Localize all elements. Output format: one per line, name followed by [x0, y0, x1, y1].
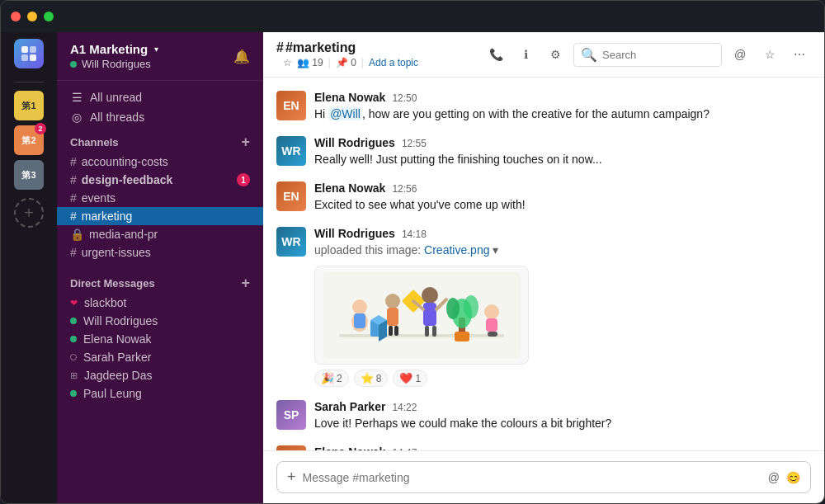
reaction-count: 2	[337, 373, 342, 384]
workspace-dropdown-arrow: ▾	[154, 45, 158, 54]
minimize-button[interactable]	[27, 12, 37, 21]
dm-status-online-icon	[70, 390, 77, 397]
message-author: Will Rodrigues	[314, 227, 395, 240]
main-content: # #marketing ☆ 👥 19 | 📌 0 | Add a topic …	[263, 32, 824, 503]
message-input-area: + @ 😊	[263, 450, 824, 503]
message-text-5: Love it! Perhaps we could make the colou…	[314, 415, 811, 432]
dm-item-will[interactable]: Will Rodrigues	[57, 312, 263, 330]
avatar-elena-1: EN	[276, 91, 306, 120]
message-text-2: Really well! Just putting the finishing …	[314, 151, 811, 168]
at-button[interactable]: @	[728, 43, 752, 66]
workspace-icon-ws3[interactable]: 第3	[14, 160, 44, 190]
svg-rect-8	[354, 313, 365, 328]
workspace-name[interactable]: A1 Marketing	[70, 42, 148, 56]
channel-item-media-and-pr[interactable]: 🔒 media-and-pr	[57, 225, 263, 243]
add-channel-button[interactable]: +	[241, 134, 250, 151]
svg-rect-16	[425, 326, 429, 337]
svg-rect-27	[455, 332, 469, 341]
meta-separator: |	[328, 57, 331, 68]
workspace-icon-ws1[interactable]: 第1	[14, 91, 44, 120]
dm-item-jagdeep[interactable]: ⊞ Jagdeep Das	[57, 366, 263, 384]
channel-prefix: #	[70, 191, 77, 205]
message-time: 14:18	[402, 228, 427, 240]
workspace-icon-main[interactable]	[14, 39, 44, 68]
star-icon[interactable]: ☆	[283, 57, 292, 68]
emoji-input-icon[interactable]: 😊	[786, 471, 800, 484]
search-input[interactable]	[602, 49, 714, 61]
channels-section-toggle[interactable]: Channels +	[70, 134, 250, 151]
avatar-will-2: WR	[276, 227, 306, 257]
meta-separator-2: |	[361, 57, 364, 68]
sidebar: A1 Marketing ▾ Will Rodrigues 🔔 ☰ All un…	[57, 32, 263, 503]
nav-item-all-unread[interactable]: ☰ All unread	[57, 87, 263, 107]
dm-item-paul[interactable]: Paul Leung	[57, 384, 263, 403]
add-workspace-button[interactable]: +	[14, 198, 44, 228]
svg-rect-30	[488, 332, 497, 337]
dm-item-slackbot[interactable]: ❤ slackbot	[57, 294, 263, 312]
message-header-3: Elena Nowak 12:56	[314, 181, 811, 195]
image-attachment[interactable]	[314, 266, 545, 365]
channel-prefix: #	[70, 155, 77, 168]
creative-svg	[323, 272, 521, 359]
info-button[interactable]: ℹ	[514, 43, 537, 66]
heart-emoji: ❤️	[399, 372, 412, 384]
celebrate-emoji: 🎉	[321, 372, 334, 384]
channel-name: media-and-pr	[89, 228, 158, 241]
channel-title-group: # #marketing ☆ 👥 19 | 📌 0 | Add a topic	[276, 40, 418, 68]
header-actions: 📞 ℹ ⚙ 🔍 @ ☆ ⋯	[484, 43, 811, 67]
nav-item-all-threads[interactable]: ◎ All threads	[57, 107, 263, 127]
svg-rect-10	[387, 308, 398, 326]
messages-area[interactable]: EN Elena Nowak 12:50 Hi @Will, how are y…	[263, 78, 824, 450]
dm-status-online-icon	[70, 318, 77, 324]
channel-header: # #marketing ☆ 👥 19 | 📌 0 | Add a topic …	[263, 32, 824, 78]
dm-name: Sarah Parker	[83, 351, 151, 364]
channel-item-accounting-costs[interactable]: # accounting-costs	[57, 153, 263, 171]
channel-item-events[interactable]: # events	[57, 189, 263, 207]
workspace-bar: 第1 第2 2 第3 +	[1, 32, 57, 503]
close-button[interactable]	[11, 12, 21, 21]
search-box[interactable]: 🔍	[573, 43, 722, 67]
app-body: 第1 第2 2 第3 + A1 Marketing ▾	[1, 32, 824, 503]
message-time: 12:56	[392, 183, 417, 195]
online-status-dot	[70, 61, 77, 68]
channel-item-design-feedback[interactable]: # design-feedback 1	[57, 171, 263, 189]
avatar-image: WR	[276, 136, 306, 166]
avatar-image: SP	[276, 400, 306, 430]
bookmark-button[interactable]: ☆	[758, 43, 781, 66]
at-input-icon[interactable]: @	[768, 471, 780, 484]
upload-link[interactable]: Creative.png	[424, 243, 489, 257]
attach-button[interactable]: +	[287, 469, 296, 486]
dm-section-toggle[interactable]: Direct Messages +	[70, 275, 250, 292]
dm-name: Paul Leung	[83, 387, 142, 400]
mention-will[interactable]: @Will	[328, 107, 362, 120]
avatar-will-1: WR	[276, 136, 306, 166]
message-header-2: Will Rodrigues 12:55	[314, 136, 811, 149]
more-button[interactable]: ⋯	[788, 43, 811, 66]
message-body-3: Elena Nowak 12:56 Excited to see what yo…	[314, 181, 811, 214]
reaction-heart[interactable]: ❤️ 1	[393, 370, 427, 387]
message-author: Will Rodrigues	[314, 136, 395, 149]
dm-section-label: Direct Messages	[70, 277, 155, 290]
workspace-icon-ws2[interactable]: 第2 2	[14, 125, 44, 155]
message-body-1: Elena Nowak 12:50 Hi @Will, how are you …	[314, 91, 811, 123]
svg-point-28	[484, 304, 499, 319]
reaction-star[interactable]: ⭐ 8	[354, 370, 389, 387]
notifications-bell-icon[interactable]: 🔔	[233, 49, 250, 64]
message-input-box[interactable]: + @ 😊	[276, 461, 811, 493]
channel-name-title: #marketing	[285, 40, 356, 55]
channel-title: # #marketing	[276, 40, 418, 55]
dm-item-elena[interactable]: Elena Nowak	[57, 330, 263, 348]
dm-item-sarah[interactable]: Sarah Parker	[57, 348, 263, 366]
maximize-button[interactable]	[44, 12, 54, 21]
svg-rect-29	[486, 318, 497, 332]
reaction-celebrate[interactable]: 🎉 2	[314, 370, 349, 387]
add-dm-button[interactable]: +	[241, 275, 250, 292]
add-topic-link[interactable]: Add a topic	[369, 57, 418, 68]
channel-item-marketing[interactable]: # marketing	[57, 207, 263, 225]
message-header-1: Elena Nowak 12:50	[314, 91, 811, 104]
channel-item-urgent-issues[interactable]: # urgent-issues	[57, 243, 263, 261]
message-input[interactable]	[303, 471, 761, 484]
call-button[interactable]: 📞	[484, 43, 507, 66]
sidebar-header: A1 Marketing ▾ Will Rodrigues 🔔	[57, 32, 263, 81]
settings-button[interactable]: ⚙	[544, 43, 567, 66]
